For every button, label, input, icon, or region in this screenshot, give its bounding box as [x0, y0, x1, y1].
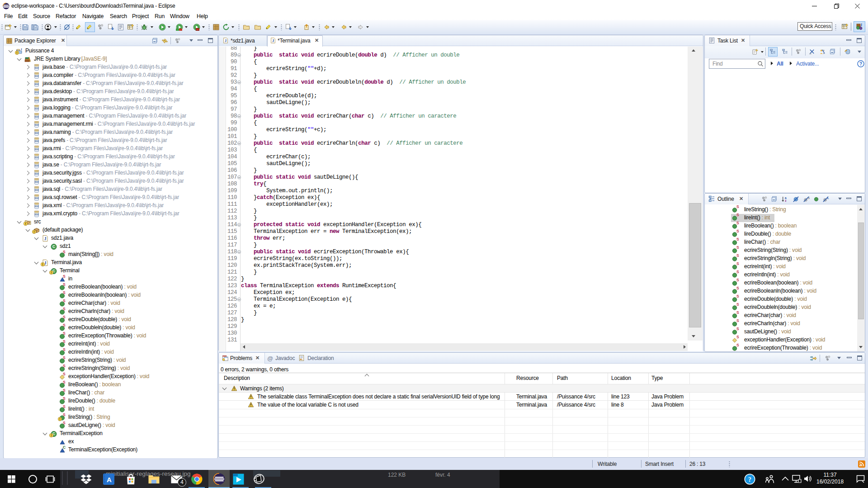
svg-text:?: ?: [748, 476, 751, 483]
svg-text:?: ?: [859, 62, 862, 66]
svg-text:A: A: [107, 476, 112, 483]
